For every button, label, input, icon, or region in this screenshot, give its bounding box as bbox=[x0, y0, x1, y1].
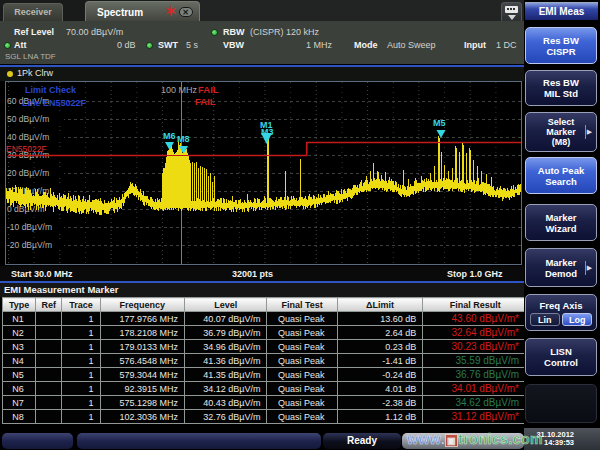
svg-text:20 dBµV/m: 20 dBµV/m bbox=[7, 168, 49, 178]
svg-text:-10 dBµV/m: -10 dBµV/m bbox=[7, 222, 52, 232]
svg-text:Line EN55022F: Line EN55022F bbox=[22, 98, 87, 108]
svg-text:100 MHz: 100 MHz bbox=[161, 85, 198, 95]
svg-text:-20 dBµV/m: -20 dBµV/m bbox=[7, 240, 52, 250]
svg-text:FAIL: FAIL bbox=[195, 96, 216, 107]
svg-text:40 dBµV/m: 40 dBµV/m bbox=[7, 132, 49, 142]
svg-text:M6: M6 bbox=[163, 131, 176, 141]
svg-text:FAIL: FAIL bbox=[198, 84, 219, 95]
svg-text:50 dBµV/m: 50 dBµV/m bbox=[7, 114, 49, 124]
svg-text:Limit Check: Limit Check bbox=[25, 85, 77, 95]
svg-text:M8: M8 bbox=[177, 134, 190, 144]
svg-text:M5: M5 bbox=[433, 118, 446, 128]
svg-text:EN55022F: EN55022F bbox=[6, 144, 47, 154]
